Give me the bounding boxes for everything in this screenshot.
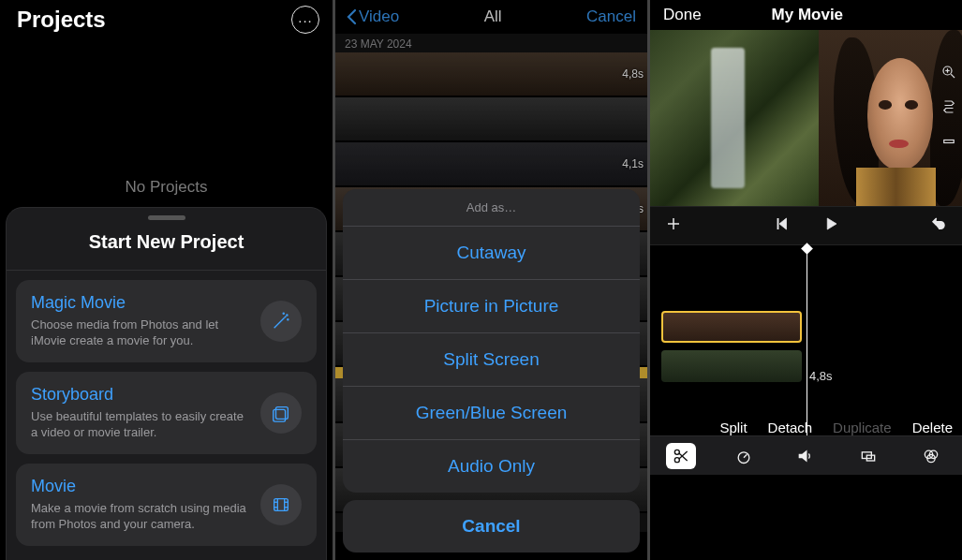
add-as-green-screen[interactable]: Green/Blue Screen	[343, 386, 640, 439]
video-clip[interactable]: 4,1s	[335, 142, 647, 187]
sheet-title: Start New Project	[7, 226, 326, 271]
volume-button[interactable]	[791, 443, 821, 469]
transport-bar	[650, 206, 962, 245]
swap-icon[interactable]	[940, 98, 957, 119]
done-button[interactable]: Done	[663, 6, 702, 24]
add-as-split-screen[interactable]: Split Screen	[343, 332, 640, 386]
editor-screen: Done My Movie 4,8s	[650, 0, 962, 560]
svg-point-0	[287, 315, 288, 316]
svg-line-27	[744, 454, 747, 457]
duplicate-action: Duplicate	[833, 420, 892, 435]
no-projects-label: No Projects	[0, 178, 333, 197]
svg-rect-5	[274, 499, 289, 511]
option-magic-movie[interactable]: Magic Movie Choose media from Photos and…	[16, 280, 317, 362]
back-label: Video	[359, 7, 399, 26]
add-as-audio-only[interactable]: Audio Only	[343, 439, 640, 493]
svg-rect-16	[944, 140, 955, 143]
add-as-pip[interactable]: Picture in Picture	[343, 279, 640, 332]
chevron-left-icon	[347, 8, 357, 25]
clip-length-label: 4,8s	[809, 369, 833, 383]
add-media-button[interactable]	[665, 215, 682, 236]
sheet-header: Add as…	[343, 189, 640, 226]
option-title: Movie	[31, 477, 247, 496]
more-options-button[interactable]: ···	[291, 6, 319, 34]
ellipsis-icon: ···	[298, 12, 313, 28]
film-icon	[260, 484, 302, 525]
video-clip[interactable]: 4,8s	[335, 52, 647, 97]
media-picker-screen: Video All Cancel 23 MAY 2024 4,8s 4,1s 1…	[335, 0, 647, 560]
timeline[interactable]: 4,8s Split Detach Duplicate Delete	[650, 245, 962, 475]
editor-toolbar	[650, 435, 962, 475]
back-button[interactable]: Video	[347, 7, 399, 26]
clip-duration: 4,8s	[622, 67, 644, 81]
viewer-tools	[940, 64, 957, 154]
speed-button[interactable]	[729, 443, 759, 469]
svg-line-13	[951, 74, 955, 78]
clip-duration: 4,1s	[622, 157, 644, 170]
svg-point-26	[738, 451, 749, 463]
clip-actions: Split Detach Duplicate Delete	[719, 420, 953, 435]
delete-action[interactable]: Delete	[912, 420, 953, 435]
cancel-nav-button[interactable]: Cancel	[586, 7, 636, 26]
option-desc: Make a movie from scratch using media fr…	[31, 500, 247, 533]
scissors-button[interactable]	[666, 443, 696, 469]
split-action[interactable]: Split	[719, 420, 747, 435]
option-desc: Choose media from Photos and let iMovie …	[31, 317, 247, 349]
add-as-cutaway[interactable]: Cutaway	[343, 226, 640, 279]
timeline-clip-selected[interactable]	[661, 311, 802, 343]
zoom-icon[interactable]	[940, 64, 957, 84]
wand-icon	[260, 301, 302, 342]
svg-rect-3	[276, 406, 289, 419]
skip-start-button[interactable]	[774, 215, 791, 236]
editor-header: Done My Movie	[650, 0, 962, 30]
option-storyboard[interactable]: Storyboard Use beautiful templates to ea…	[16, 372, 317, 454]
option-title: Storyboard	[31, 385, 247, 405]
filters-button[interactable]	[916, 443, 946, 469]
picker-title: All	[484, 7, 502, 26]
projects-screen: Projects ··· No Projects Start New Proje…	[0, 0, 333, 560]
add-as-sheet: Add as… Cutaway Picture in Picture Split…	[343, 189, 640, 553]
option-movie[interactable]: Movie Make a movie from scratch using me…	[16, 464, 317, 546]
preview-main-video	[650, 30, 819, 206]
undo-button[interactable]	[930, 215, 947, 236]
border-icon[interactable]	[940, 133, 957, 154]
overlay-button[interactable]	[853, 443, 883, 469]
svg-marker-21	[827, 218, 836, 229]
detach-action[interactable]: Detach	[768, 420, 813, 435]
sheet-cancel-button[interactable]: Cancel	[343, 500, 640, 553]
section-date: 23 MAY 2024	[335, 34, 647, 52]
svg-marker-19	[779, 218, 787, 229]
svg-point-2	[288, 318, 289, 319]
new-project-sheet: Start New Project Magic Movie Choose med…	[6, 207, 327, 560]
svg-point-1	[283, 313, 284, 314]
project-title: My Movie	[772, 6, 844, 24]
projects-title: Projects	[17, 7, 106, 33]
video-clip[interactable]	[335, 97, 647, 142]
storyboard-icon	[260, 392, 302, 434]
sheet-grabber[interactable]	[148, 215, 185, 220]
option-title: Magic Movie	[31, 293, 247, 313]
timeline-clip[interactable]	[661, 350, 802, 382]
preview-viewer[interactable]	[650, 30, 962, 206]
media-picker-nav: Video All Cancel	[335, 0, 647, 34]
svg-rect-4	[274, 409, 286, 421]
projects-header: Projects ···	[0, 0, 333, 39]
option-desc: Use beautiful templates to easily create…	[31, 408, 247, 441]
play-button[interactable]	[822, 215, 839, 236]
